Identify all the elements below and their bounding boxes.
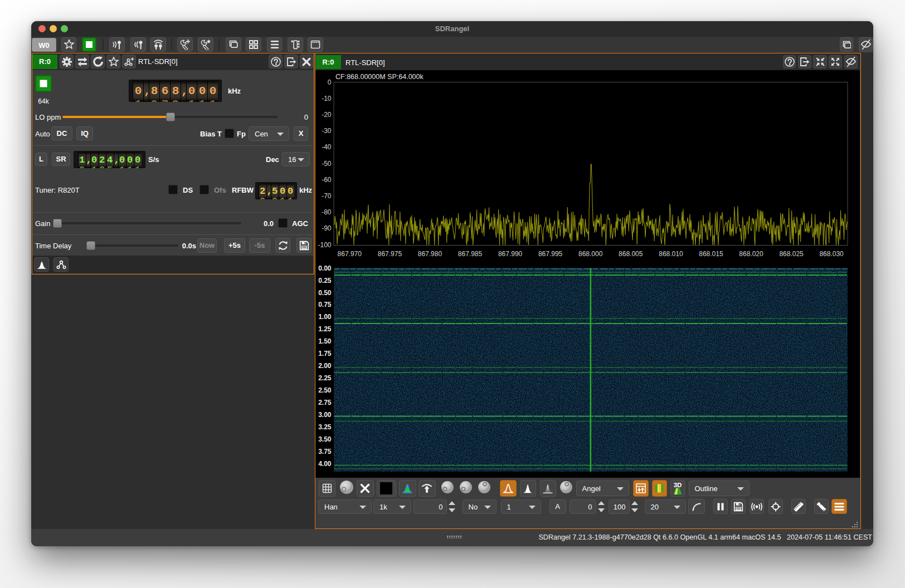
svg-text:3.25: 3.25 (318, 423, 332, 431)
svg-text:3.75: 3.75 (318, 448, 332, 455)
svg-text:3.00: 3.00 (318, 411, 332, 419)
svg-text:-20: -20 (322, 111, 332, 119)
svg-text:2.50: 2.50 (318, 386, 332, 394)
svg-text:0.25: 0.25 (318, 277, 332, 285)
svg-text:0.50: 0.50 (318, 289, 332, 297)
svg-text:-80: -80 (322, 208, 332, 216)
svg-text:0.75: 0.75 (318, 301, 332, 308)
svg-text:-100: -100 (318, 241, 331, 249)
svg-text:-60: -60 (322, 176, 332, 184)
svg-text:1.25: 1.25 (318, 325, 332, 333)
svg-text:3D: 3D (673, 482, 682, 488)
svg-text:868.000: 868.000 (578, 250, 603, 258)
svg-text:868.020: 868.020 (739, 250, 763, 258)
svg-text:-40: -40 (322, 143, 332, 151)
svg-text:867.970: 867.970 (338, 250, 362, 258)
svg-text:867.975: 867.975 (378, 250, 402, 258)
svg-text:867.985: 867.985 (458, 250, 483, 258)
svg-text:867.990: 867.990 (498, 250, 523, 258)
svg-text:-50: -50 (322, 160, 332, 168)
svg-text:-70: -70 (322, 192, 332, 200)
svg-text:4.00: 4.00 (318, 460, 332, 468)
svg-text:CF:868.00000M SP:64.000k: CF:868.00000M SP:64.000k (335, 73, 424, 81)
svg-text:-30: -30 (322, 127, 332, 135)
svg-text:2.75: 2.75 (318, 399, 332, 406)
svg-text:868.030: 868.030 (819, 250, 844, 258)
svg-text:2.25: 2.25 (318, 374, 332, 382)
svg-text:1.00: 1.00 (318, 313, 332, 321)
svg-text:0: 0 (328, 79, 332, 86)
svg-text:1.50: 1.50 (318, 337, 332, 345)
svg-text:868.005: 868.005 (619, 250, 643, 258)
svg-text:867.995: 867.995 (538, 250, 563, 258)
svg-text:3.50: 3.50 (318, 435, 332, 443)
svg-text:867.980: 867.980 (418, 250, 442, 258)
svg-text:-90: -90 (322, 224, 332, 232)
svg-text:2.00: 2.00 (318, 362, 332, 370)
svg-text:0.00: 0.00 (318, 264, 332, 272)
svg-text:868.010: 868.010 (659, 250, 683, 258)
svg-text:868.025: 868.025 (779, 250, 804, 258)
svg-text:868.015: 868.015 (699, 250, 723, 258)
svg-text:1.75: 1.75 (318, 350, 332, 357)
svg-text:-10: -10 (322, 95, 332, 102)
